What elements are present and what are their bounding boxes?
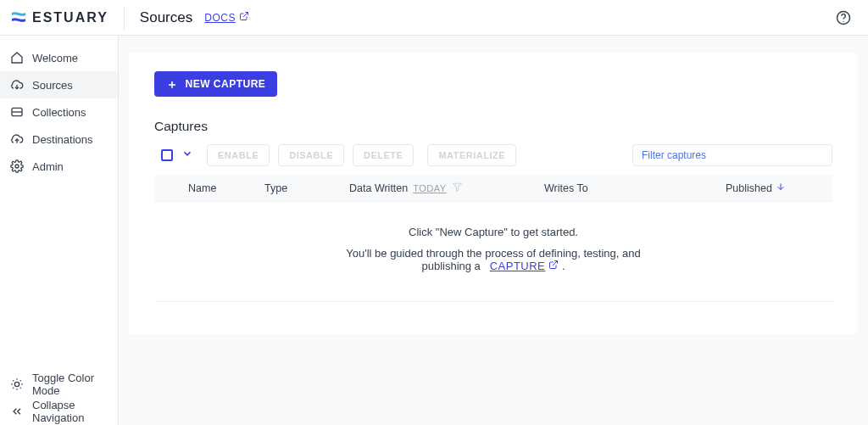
enable-button[interactable]: ENABLE xyxy=(207,144,270,166)
sidebar-item-destinations[interactable]: Destinations xyxy=(0,126,118,153)
svg-line-17 xyxy=(553,261,558,266)
help-button[interactable] xyxy=(834,8,853,27)
new-capture-label: NEW CAPTURE xyxy=(186,78,266,90)
svg-line-14 xyxy=(20,380,21,381)
new-capture-button[interactable]: ＋ NEW CAPTURE xyxy=(154,71,277,97)
captures-toolbar: ENABLE DISABLE DELETE MATERIALIZE xyxy=(154,144,832,166)
page-title: Sources xyxy=(140,9,192,26)
disable-button[interactable]: DISABLE xyxy=(278,144,344,166)
svg-point-6 xyxy=(14,382,19,386)
external-link-icon xyxy=(239,11,249,24)
materialize-button[interactable]: MATERIALIZE xyxy=(427,144,516,166)
app-header: ESTUARY Sources DOCS xyxy=(0,0,868,36)
sidebar-bottom-label: Toggle Color Mode xyxy=(32,372,108,397)
col-published[interactable]: Published xyxy=(722,182,832,194)
select-all-checkbox[interactable] xyxy=(161,149,173,161)
sidebar-item-sources[interactable]: Sources xyxy=(0,71,118,98)
col-data-written[interactable]: Data Written TODAY xyxy=(346,182,541,195)
sidebar-item-label: Sources xyxy=(32,79,73,92)
logo-mark-icon xyxy=(10,10,27,25)
brand-name: ESTUARY xyxy=(32,10,108,25)
sun-icon xyxy=(10,377,24,391)
sidebar-item-label: Admin xyxy=(32,160,64,173)
main-content: ＋ NEW CAPTURE Captures ENABLE DISABLE DE… xyxy=(119,36,868,425)
col-writes-to[interactable]: Writes To xyxy=(541,182,722,194)
collapse-navigation[interactable]: Collapse Navigation xyxy=(0,398,118,425)
sidebar-item-collections[interactable]: Collections xyxy=(0,98,118,126)
header-divider xyxy=(124,6,125,30)
svg-point-2 xyxy=(843,20,843,21)
docs-link[interactable]: DOCS xyxy=(204,11,249,24)
sort-desc-icon xyxy=(776,182,786,194)
svg-marker-15 xyxy=(453,183,461,191)
home-icon xyxy=(10,51,24,64)
svg-line-0 xyxy=(243,13,248,18)
database-icon xyxy=(10,105,24,119)
captures-card: ＋ NEW CAPTURE Captures ENABLE DISABLE DE… xyxy=(129,53,858,334)
empty-state: Click "New Capture" to get started. You'… xyxy=(154,202,832,302)
capture-docs-link[interactable]: CAPTURE xyxy=(490,260,559,272)
select-menu-chevron[interactable] xyxy=(181,148,193,163)
toggle-color-mode[interactable]: Toggle Color Mode xyxy=(0,371,118,398)
cloud-upload-icon xyxy=(10,132,24,146)
empty-line-2: You'll be guided through the process of … xyxy=(171,247,815,272)
col-name[interactable]: Name xyxy=(185,182,261,194)
sidebar-item-label: Collections xyxy=(32,106,86,119)
chevrons-left-icon xyxy=(10,405,24,418)
cloud-download-icon xyxy=(10,78,24,92)
chevron-down-icon xyxy=(181,148,193,159)
brand-logo[interactable]: ESTUARY xyxy=(10,10,124,25)
docs-link-label: DOCS xyxy=(204,12,236,24)
svg-line-10 xyxy=(20,388,21,389)
sidebar-bottom-label: Collapse Navigation xyxy=(32,399,108,424)
table-header-row: Name Type Data Written TODAY Writes To P… xyxy=(154,175,832,202)
svg-line-13 xyxy=(13,388,14,389)
sidebar: Welcome Sources Collections xyxy=(0,36,119,425)
gear-icon xyxy=(10,159,24,173)
filter-captures-input[interactable] xyxy=(632,144,832,166)
svg-point-5 xyxy=(15,165,19,168)
section-title: Captures xyxy=(154,119,832,134)
empty-line-1: Click "New Capture" to get started. xyxy=(171,226,815,238)
plus-icon: ＋ xyxy=(166,78,179,90)
col-type[interactable]: Type xyxy=(261,182,346,194)
filter-icon[interactable] xyxy=(452,182,463,195)
external-link-icon xyxy=(548,260,559,272)
sidebar-item-label: Welcome xyxy=(32,52,78,64)
delete-button[interactable]: DELETE xyxy=(353,144,414,166)
data-range-link[interactable]: TODAY xyxy=(413,183,446,193)
sidebar-item-label: Destinations xyxy=(32,133,93,146)
sidebar-item-admin[interactable]: Admin xyxy=(0,153,118,180)
svg-line-9 xyxy=(13,380,14,381)
sidebar-item-welcome[interactable]: Welcome xyxy=(0,44,118,71)
question-icon xyxy=(836,10,851,25)
